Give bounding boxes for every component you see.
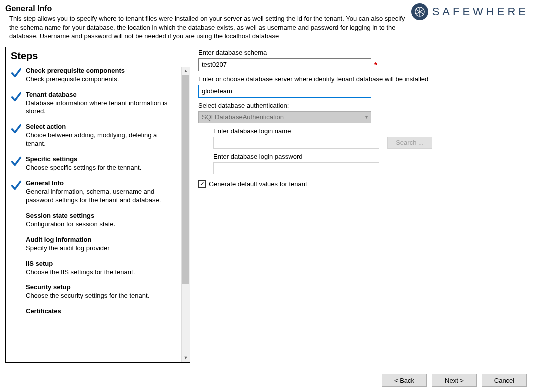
step-title: IIS setup: [26, 260, 177, 267]
step-item: Session state settingsConfiguration for …: [11, 212, 179, 229]
step-desc: Choose the security settings for the ten…: [26, 292, 177, 300]
step-check-icon: [11, 212, 23, 229]
step-desc: Database information where tenant inform…: [26, 99, 177, 116]
step-title: Select action: [26, 123, 177, 130]
step-check-icon: [11, 236, 23, 253]
login-password-label: Enter database login password: [213, 153, 526, 160]
generate-defaults-checkbox[interactable]: ✓: [198, 180, 206, 188]
safewhere-logo-icon: [411, 3, 428, 20]
step-check-icon: [11, 283, 23, 300]
step-desc: Choice between adding, modifying, deleti…: [26, 131, 177, 148]
login-name-label: Enter database login name: [213, 127, 526, 135]
login-name-input[interactable]: [213, 137, 379, 149]
steps-heading: Steps: [6, 47, 190, 67]
step-desc: Choose the IIS settings for the tenant.: [26, 268, 177, 277]
step-title: Tenant database: [26, 91, 177, 98]
next-button[interactable]: Next >: [432, 374, 477, 387]
step-item: Tenant databaseDatabase information wher…: [11, 91, 179, 116]
step-check-icon: [11, 307, 23, 316]
search-button[interactable]: Search ...: [387, 137, 432, 149]
schema-input[interactable]: [198, 58, 371, 71]
step-title: Certificates: [26, 307, 177, 315]
step-title: Audit log information: [26, 236, 177, 243]
step-title: General Info: [26, 179, 177, 187]
step-title: Session state settings: [26, 212, 177, 219]
scroll-thumb[interactable]: [182, 75, 189, 284]
required-indicator-icon: *: [374, 60, 377, 69]
page-title: General Info: [5, 4, 406, 13]
wizard-header: General Info This step allows you to spe…: [0, 0, 534, 43]
step-item: Specific settingsChoose specific setting…: [11, 155, 179, 172]
generate-defaults-label: Generate default values for tenant: [209, 180, 307, 188]
step-check-icon: [11, 260, 23, 277]
step-title: Specific settings: [26, 155, 177, 163]
step-check-icon: [11, 91, 23, 116]
step-item: Check prerequisite componentsCheck prere…: [11, 67, 179, 84]
step-item: Certificates: [11, 307, 179, 316]
form-panel: Enter database schema * Enter or choose …: [196, 47, 529, 363]
steps-list: Check prerequisite componentsCheck prere…: [6, 67, 181, 362]
step-desc: Choose specific settings for the tennant…: [26, 164, 177, 172]
wizard-footer: < Back Next > Cancel: [382, 374, 527, 387]
steps-panel: Steps Check prerequisite componentsCheck…: [5, 47, 190, 363]
step-item: Select actionChoice between adding, modi…: [11, 123, 179, 148]
step-item: IIS setupChoose the IIS settings for the…: [11, 260, 179, 277]
page-description: This step allows you to specify where to…: [9, 14, 406, 41]
step-desc: Check prerequisite components.: [26, 75, 177, 84]
step-item: Audit log informationSpecify the audit l…: [11, 236, 179, 253]
back-button[interactable]: < Back: [382, 374, 427, 387]
server-label: Enter or choose database server where id…: [198, 75, 526, 83]
auth-dropdown[interactable]: SQLDatabaseAuthentication ▾: [198, 111, 371, 123]
step-check-icon: [11, 123, 23, 148]
step-desc: General information, schema, username an…: [26, 188, 177, 205]
cancel-button[interactable]: Cancel: [482, 374, 527, 387]
brand-logo-block: SAFEWHERE: [411, 3, 529, 20]
step-check-icon: [11, 155, 23, 172]
schema-label: Enter database schema: [198, 49, 526, 56]
step-item: General InfoGeneral information, schema,…: [11, 179, 179, 205]
step-desc: Configuration for session state.: [26, 220, 177, 229]
scroll-down-button[interactable]: ▼: [182, 354, 190, 362]
chevron-down-icon: ▾: [365, 114, 368, 120]
server-input[interactable]: [198, 85, 371, 98]
brand-name: SAFEWHERE: [432, 5, 529, 18]
scroll-up-button[interactable]: ▲: [182, 67, 190, 75]
step-title: Check prerequisite components: [26, 67, 177, 74]
step-title: Security setup: [26, 283, 177, 291]
auth-label: Select database authentication:: [198, 102, 526, 109]
step-check-icon: [11, 179, 23, 205]
scroll-track[interactable]: [182, 75, 190, 354]
step-check-icon: [11, 67, 23, 84]
step-desc: Specify the audit log provider: [26, 244, 177, 253]
auth-dropdown-value: SQLDatabaseAuthentication: [202, 113, 284, 121]
login-password-input[interactable]: [213, 162, 379, 174]
steps-scrollbar[interactable]: ▲ ▼: [181, 67, 190, 362]
step-item: Security setupChoose the security settin…: [11, 283, 179, 300]
